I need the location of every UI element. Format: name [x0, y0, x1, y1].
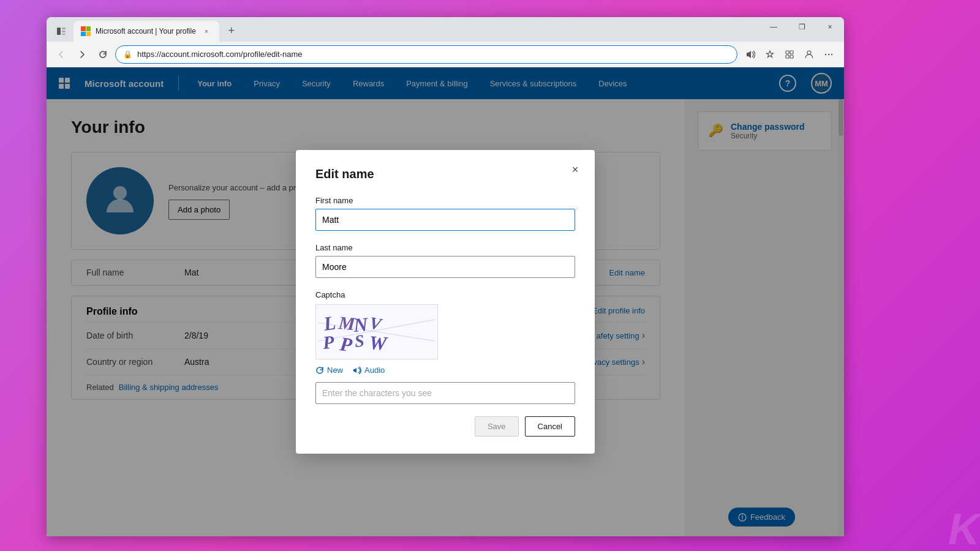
lock-icon: 🔒	[123, 50, 132, 59]
back-btn[interactable]	[53, 46, 70, 63]
svg-point-8	[807, 51, 811, 54]
svg-rect-0	[57, 28, 61, 35]
refresh-btn[interactable]	[94, 46, 111, 63]
close-btn[interactable]: ×	[816, 17, 844, 37]
modal-overlay[interactable]: Edit name × First name Last name Captcha	[47, 67, 844, 536]
browser-window: Microsoft account | Your profile × + — ❐…	[47, 17, 844, 536]
captcha-actions: New Audio	[315, 365, 575, 375]
captcha-section: Captcha L M N V	[315, 290, 575, 404]
tab-bar: Microsoft account | Your profile × + — ❐…	[47, 17, 844, 42]
address-bar: 🔒 https://account.microsoft.com/profile/…	[47, 42, 844, 67]
captcha-image: L M N V P P S W	[315, 304, 438, 359]
ms-favicon-icon	[81, 26, 91, 36]
svg-point-11	[831, 53, 832, 54]
svg-rect-5	[790, 51, 793, 54]
save-btn[interactable]: Save	[475, 416, 519, 437]
svg-rect-4	[786, 51, 789, 54]
modal-title: Edit name	[315, 167, 575, 181]
svg-rect-6	[786, 55, 789, 58]
svg-text:S: S	[353, 331, 365, 351]
tab-title: Microsoft account | Your profile	[96, 27, 196, 36]
more-btn[interactable]	[820, 45, 838, 64]
modal-close-btn[interactable]: ×	[565, 160, 585, 179]
read-aloud-btn[interactable]	[741, 45, 760, 64]
first-name-group: First name	[315, 196, 575, 231]
sidebar-toggle-btn[interactable]	[51, 21, 71, 42]
active-tab[interactable]: Microsoft account | Your profile ×	[74, 21, 219, 42]
favorites-btn[interactable]	[761, 45, 779, 64]
last-name-label: Last name	[315, 243, 575, 252]
window-controls: — ❐ ×	[760, 17, 844, 37]
modal-footer: Save Cancel	[315, 416, 575, 437]
watermark: K	[948, 507, 980, 551]
captcha-label: Captcha	[315, 290, 575, 299]
svg-rect-2	[62, 31, 66, 32]
cancel-btn[interactable]: Cancel	[525, 416, 575, 437]
svg-rect-1	[62, 28, 66, 29]
svg-text:P: P	[322, 331, 336, 353]
captcha-input[interactable]	[315, 382, 575, 404]
forward-btn[interactable]	[74, 46, 91, 63]
page-content: Microsoft account Your info Privacy Secu…	[47, 67, 844, 536]
first-name-input[interactable]	[315, 209, 575, 231]
new-tab-btn[interactable]: +	[222, 21, 241, 40]
minimize-btn[interactable]: —	[760, 17, 788, 37]
collections-btn[interactable]	[780, 45, 799, 64]
svg-rect-7	[790, 55, 793, 58]
last-name-group: Last name	[315, 243, 575, 278]
audio-captcha-btn[interactable]: Audio	[353, 365, 385, 375]
svg-text:W: W	[369, 331, 389, 354]
browser-actions	[741, 45, 838, 64]
svg-point-9	[825, 53, 826, 54]
last-name-input[interactable]	[315, 256, 575, 278]
profile-btn[interactable]	[800, 45, 818, 64]
url-text: https://account.microsoft.com/profile/ed…	[137, 50, 729, 59]
url-bar[interactable]: 🔒 https://account.microsoft.com/profile/…	[115, 45, 737, 64]
first-name-label: First name	[315, 196, 575, 205]
restore-btn[interactable]: ❐	[788, 17, 816, 37]
svg-point-10	[828, 53, 829, 54]
edit-name-modal: Edit name × First name Last name Captcha	[296, 150, 595, 454]
tab-close-btn[interactable]: ×	[201, 26, 212, 37]
svg-rect-3	[62, 34, 66, 35]
captcha-svg: L M N V P P S W	[318, 307, 435, 356]
new-captcha-btn[interactable]: New	[315, 365, 343, 375]
